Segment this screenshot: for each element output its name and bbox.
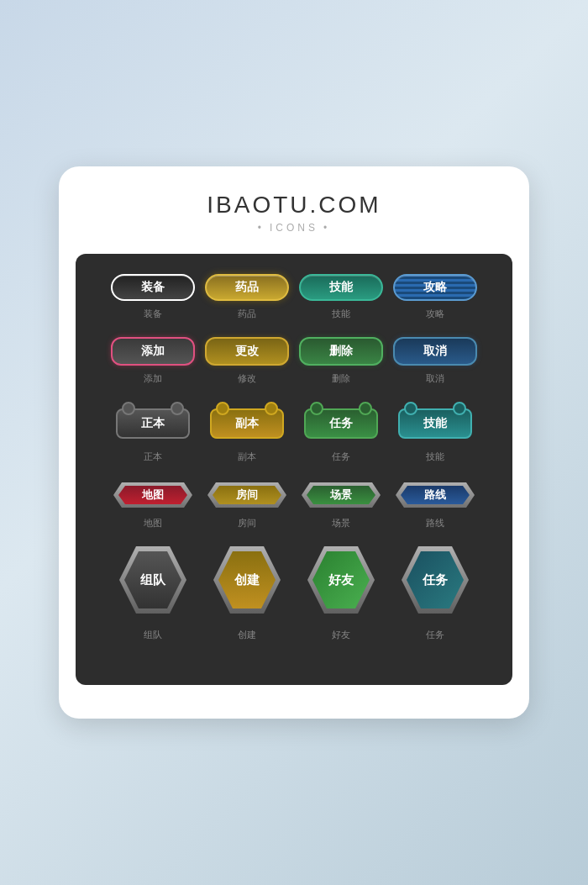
btn-changjing-wrap: 场景: [299, 480, 383, 510]
label-jineng2: 技能: [393, 450, 477, 463]
btn-fangjian[interactable]: 房间: [213, 486, 281, 504]
row5-section: 组队 创建 好友 任务: [92, 546, 496, 641]
label-medicine: 药品: [205, 308, 289, 320]
label-fuben: 副本: [205, 450, 289, 463]
main-card: IBAOTU.COM ICONS 装备 药品 技能 攻略 装备 药品 技能 攻略…: [59, 166, 529, 719]
btn-zudui-wrap: 组队: [111, 546, 195, 622]
btn-zhengben-wrap: 正本: [111, 402, 195, 439]
btn-haoyou-wrap: 好友: [299, 546, 383, 622]
btn-fuben-wrap: 副本: [205, 402, 289, 439]
btn-luxian[interactable]: 路线: [401, 486, 470, 504]
label-changjing: 场景: [299, 517, 383, 529]
row3-buttons: 正本 副本 任务 技能: [92, 402, 496, 439]
btn-skill[interactable]: 技能: [299, 274, 383, 301]
row3-section: 正本 副本 任务 技能 正本: [92, 402, 496, 463]
row1-section: 装备 药品 技能 攻略 装备 药品 技能 攻略: [92, 274, 496, 320]
label-modify: 修改: [205, 372, 289, 385]
btn-luxian-wrap: 路线: [393, 480, 477, 510]
btn-fangjian-wrap: 房间: [205, 480, 289, 510]
btn-haoyou[interactable]: 好友: [312, 551, 370, 608]
btn-ditu-wrap: 地图: [111, 480, 195, 510]
site-title: IBAOTU.COM: [76, 192, 512, 219]
row5-buttons: 组队 创建 好友 任务: [92, 546, 496, 622]
label-ditu: 地图: [111, 517, 195, 529]
label-attack: 攻略: [393, 308, 477, 320]
btn-renwu2[interactable]: 任务: [407, 551, 464, 608]
label-renwu2: 任务: [393, 629, 477, 641]
label-chuangjian: 创建: [205, 629, 289, 641]
row4-labels: 地图 房间 场景 路线: [92, 517, 496, 529]
btn-modify[interactable]: 更改: [205, 337, 289, 366]
btn-equip[interactable]: 装备: [111, 274, 195, 301]
btn-renwu-wrap: 任务: [299, 402, 383, 439]
row2-section: 添加 更改 删除 取消 添加 修改 删除 取消: [92, 337, 496, 385]
btn-ditu[interactable]: 地图: [118, 486, 187, 504]
row2-buttons: 添加 更改 删除 取消: [92, 337, 496, 366]
row5-labels: 组队 创建 好友 任务: [92, 629, 496, 641]
btn-attack[interactable]: 攻略: [393, 274, 477, 301]
btn-chuangjian-wrap: 创建: [205, 546, 289, 622]
label-fangjian: 房间: [205, 517, 289, 529]
btn-delete[interactable]: 删除: [299, 337, 383, 366]
label-zhengben: 正本: [111, 450, 195, 463]
label-add: 添加: [111, 372, 195, 385]
btn-medicine[interactable]: 药品: [205, 274, 289, 301]
label-zudui: 组队: [111, 629, 195, 641]
row1-buttons: 装备 药品 技能 攻略: [92, 274, 496, 301]
btn-renwu2-wrap: 任务: [393, 546, 477, 622]
row3-labels: 正本 副本 任务 技能: [92, 450, 496, 463]
btn-changjing[interactable]: 场景: [307, 486, 375, 504]
label-haoyou: 好友: [299, 629, 383, 641]
btn-zudui[interactable]: 组队: [124, 551, 181, 608]
row2-labels: 添加 修改 删除 取消: [92, 372, 496, 385]
header-subtitle: ICONS: [76, 222, 512, 234]
btn-jineng-wrap: 技能: [393, 402, 477, 439]
header: IBAOTU.COM ICONS: [76, 192, 512, 234]
label-cancel: 取消: [393, 372, 477, 385]
label-skill: 技能: [299, 308, 383, 320]
label-renwu: 任务: [299, 450, 383, 463]
row4-section: 地图 房间 场景 路线: [92, 480, 496, 529]
btn-cancel[interactable]: 取消: [393, 337, 477, 366]
row4-buttons: 地图 房间 场景 路线: [92, 480, 496, 510]
btn-chuangjian[interactable]: 创建: [218, 551, 276, 608]
label-luxian: 路线: [393, 517, 477, 529]
btn-add[interactable]: 添加: [111, 337, 195, 366]
icon-panel: 装备 药品 技能 攻略 装备 药品 技能 攻略 添加 更改 删除 取消 添加: [76, 254, 512, 685]
row1-labels: 装备 药品 技能 攻略: [92, 308, 496, 320]
label-equip: 装备: [111, 308, 195, 320]
label-delete: 删除: [299, 372, 383, 385]
